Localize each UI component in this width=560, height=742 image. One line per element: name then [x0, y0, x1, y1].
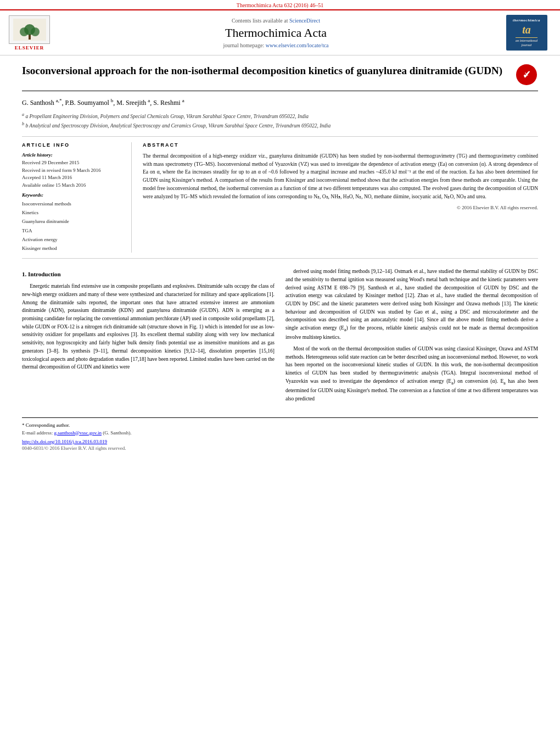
- affiliation-a: a a Propellant Engineering Division, Pol…: [22, 111, 538, 120]
- body-para-1: Energetic materials find extensive use i…: [22, 282, 275, 371]
- email-link[interactable]: g.santhosh@vssc.gov.in: [54, 430, 101, 436]
- abstract-panel: ABSTRACT The thermal decomposition of a …: [143, 142, 538, 253]
- body-col-left: 1. Introduction Energetic materials find…: [22, 267, 275, 406]
- journal-homepage-link[interactable]: www.elsevier.com/locate/tca: [266, 42, 329, 48]
- doi-link[interactable]: http://dx.doi.org/10.1016/j.tca.2016.03.…: [22, 439, 107, 444]
- svg-point-4: [31, 27, 40, 36]
- crossmark-badge[interactable]: ✓ ×: [516, 64, 538, 86]
- keyword-4: TGA: [22, 226, 122, 235]
- article-title: Isoconversional approach for the non-iso…: [22, 64, 516, 78]
- body-content: 1. Introduction Energetic materials find…: [22, 267, 538, 406]
- footer-copyright: 0040-6031/© 2016 Elsevier B.V. All right…: [22, 445, 538, 451]
- keyword-3: Guanylurea dinitramide: [22, 217, 122, 226]
- section1-heading: 1. Introduction: [22, 270, 275, 279]
- elsevier-logo-area: ELSEVIER: [9, 15, 50, 51]
- doi-line[interactable]: http://dx.doi.org/10.1016/j.tca.2016.03.…: [22, 439, 538, 444]
- keyword-6: Kissinger method: [22, 244, 122, 253]
- info-abstract-section: ARTICLE INFO Article history: Received 2…: [22, 136, 538, 259]
- corresponding-author-note: * Corresponding author.: [22, 422, 538, 428]
- article-title-section: Isoconversional approach for the non-iso…: [22, 64, 538, 91]
- article-info-panel: ARTICLE INFO Article history: Received 2…: [22, 142, 132, 253]
- abstract-text: The thermal decomposition of a high-ener…: [143, 152, 538, 200]
- keyword-1: Isoconversional methods: [22, 199, 122, 208]
- journal-homepage: journal homepage: www.elsevier.com/locat…: [61, 42, 491, 48]
- svg-text:×: ×: [524, 70, 529, 79]
- keywords-heading: Keywords:: [22, 192, 122, 198]
- journal-reference-link[interactable]: Thermochimica Acta 632 (2016) 46–51: [237, 2, 323, 8]
- received-date: Received 29 December 2015: [22, 159, 122, 167]
- main-content: Isoconversional approach for the non-iso…: [0, 55, 560, 460]
- accepted-date: Accepted 11 March 2016: [22, 174, 122, 182]
- elsevier-emblem: [9, 15, 50, 44]
- body-para-2: derived using model fitting methods [9,1…: [285, 267, 538, 342]
- revised-date: Received in revised form 9 March 2016: [22, 167, 122, 175]
- journal-header: ELSEVIER Contents lists available at Sci…: [0, 9, 560, 55]
- contents-available: Contents lists available at ScienceDirec…: [61, 18, 491, 24]
- svg-point-3: [20, 27, 29, 36]
- body-col-right: derived using model fitting methods [9,1…: [285, 267, 538, 406]
- keywords-list: Isoconversional methods Kinetics Guanylu…: [22, 199, 122, 253]
- abstract-copyright: © 2016 Elsevier B.V. All rights reserved…: [143, 205, 538, 210]
- journal-logo-area: thermochimica ta an internationaljournal: [502, 15, 551, 51]
- abstract-heading: ABSTRACT: [143, 142, 538, 148]
- affiliations: a a Propellant Engineering Division, Pol…: [22, 111, 538, 130]
- available-date: Available online 15 March 2016: [22, 182, 122, 189]
- crossmark-icon: ✓ ×: [516, 64, 537, 85]
- elsevier-tree-icon: [13, 19, 46, 41]
- page-footer: * Corresponding author. E-mail address: …: [22, 417, 538, 451]
- journal-title: Thermochimica Acta: [61, 26, 491, 40]
- elsevier-text: ELSEVIER: [15, 45, 44, 51]
- article-info-heading: ARTICLE INFO: [22, 142, 122, 148]
- keyword-2: Kinetics: [22, 208, 122, 217]
- journal-center: Contents lists available at ScienceDirec…: [50, 18, 502, 48]
- affiliation-b: b b Analytical and Spectroscopy Division…: [22, 121, 538, 130]
- email-footer: E-mail address: g.santhosh@vssc.gov.in (…: [22, 430, 538, 436]
- keyword-5: Activation energy: [22, 235, 122, 244]
- journal-reference-bar: Thermochimica Acta 632 (2016) 46–51: [0, 0, 560, 9]
- authors-line: G. Santhosh a,*, P.B. Soumyamol b, M. Sr…: [22, 97, 538, 108]
- article-history-heading: Article history:: [22, 152, 122, 158]
- sciencedirect-link[interactable]: ScienceDirect: [289, 18, 320, 24]
- body-para-3: Most of the work on the thermal decompos…: [285, 345, 538, 403]
- journal-logo-image: thermochimica ta an internationaljournal: [506, 15, 547, 51]
